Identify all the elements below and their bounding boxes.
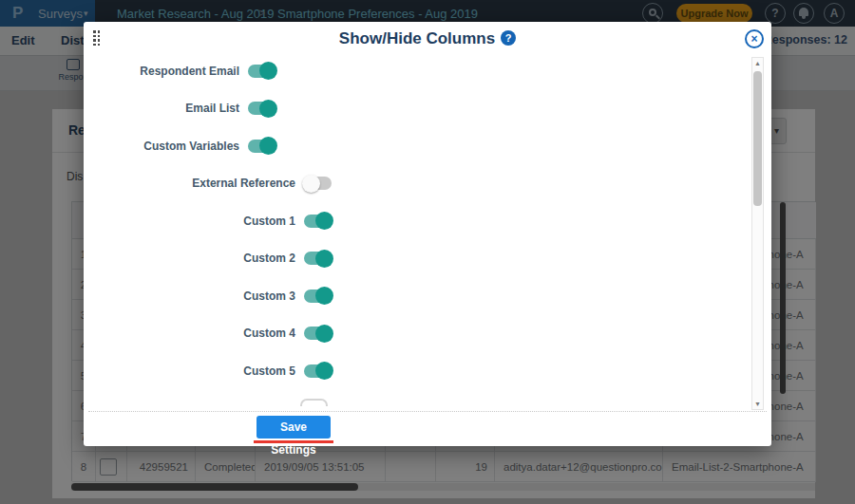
footer-divider [88, 411, 767, 412]
column-toggle-on[interactable] [248, 65, 276, 78]
modal-scrollbar[interactable]: ▲ ▼ [751, 57, 764, 410]
toggle-label: Custom 5 [243, 364, 295, 378]
save-settings-button[interactable]: Save Settings [256, 416, 331, 439]
toggle-knob [315, 325, 333, 343]
toggle-row: External Reference [84, 175, 332, 193]
toggle-knob [302, 175, 320, 193]
columns-toggle-list: Respondent EmailEmail ListCustom Variabl… [84, 56, 749, 406]
toggle-label: Custom Variables [143, 140, 239, 153]
column-toggle-on[interactable] [304, 327, 332, 340]
toggle-label: Custom 2 [243, 252, 295, 265]
modal-title: Show/Hide Columns [339, 29, 495, 47]
toggle-row: Custom 1 [84, 212, 332, 230]
column-toggle-on[interactable] [304, 289, 332, 303]
column-toggle-on[interactable] [304, 364, 332, 378]
toggle-label: Custom 3 [243, 289, 295, 303]
toggle-label: External Reference [192, 177, 295, 190]
toggle-knob [259, 137, 277, 155]
toggle-label: Respondent Email [140, 65, 239, 78]
toggle-row: Respondent Email [84, 62, 276, 80]
toggle-label: Custom 1 [243, 215, 295, 228]
column-toggle-on[interactable] [248, 102, 276, 115]
scroll-up-icon[interactable]: ▲ [752, 60, 763, 66]
toggle-row: Custom 2 [84, 250, 332, 268]
toggle-label: Email List [185, 102, 239, 115]
toggle-row: Custom 3 [84, 287, 332, 305]
modal-titlebar: Show/Hide Columns? [84, 29, 771, 52]
toggle-knob [315, 362, 333, 380]
toggle-row: Custom Variables [84, 137, 276, 155]
red-underline-annotation [254, 440, 333, 443]
partially-scrolled-toggle [300, 399, 328, 406]
toggle-row: Custom 4 [84, 325, 332, 343]
toggle-knob [259, 62, 277, 80]
toggle-knob [315, 287, 333, 305]
column-toggle-on[interactable] [304, 215, 332, 228]
help-icon[interactable]: ? [501, 30, 516, 46]
column-toggle-on[interactable] [304, 252, 332, 265]
column-toggle-on[interactable] [248, 140, 276, 153]
scroll-down-icon[interactable]: ▼ [752, 401, 763, 407]
toggle-label: Custom 4 [243, 327, 295, 340]
toggle-knob [315, 212, 333, 230]
toggle-knob [259, 100, 277, 118]
toggle-knob [315, 250, 333, 268]
toggle-row: Custom 5 [84, 362, 332, 380]
close-icon[interactable]: × [745, 29, 764, 48]
column-toggle-off[interactable] [304, 177, 332, 190]
modal-scroll-thumb[interactable] [753, 71, 762, 206]
toggle-row: Email List [84, 100, 276, 118]
show-hide-columns-modal: Show/Hide Columns? × Respondent EmailEma… [84, 22, 771, 446]
